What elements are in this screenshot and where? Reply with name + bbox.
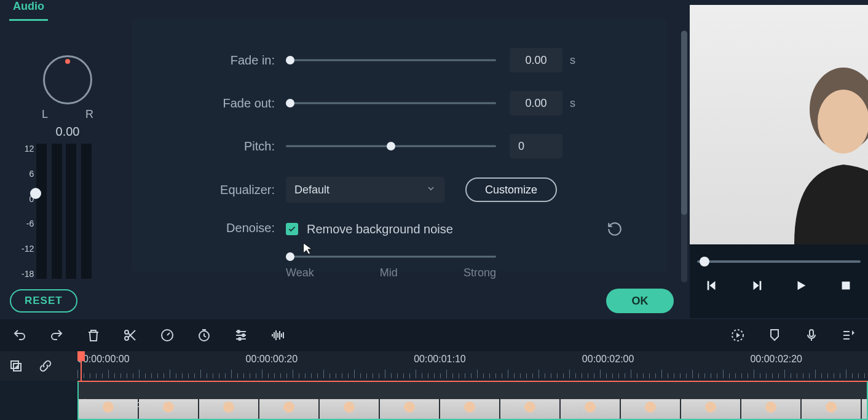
- customize-button[interactable]: Customize: [465, 177, 557, 202]
- fade-out-label: Fade out:: [132, 96, 286, 111]
- denoise-checkbox[interactable]: [286, 223, 298, 235]
- svg-rect-4: [842, 282, 850, 290]
- timeline-timecode: 00:00:01:10: [414, 354, 466, 365]
- play-button[interactable]: [793, 278, 809, 294]
- timeline-timecode: 00:00:02:20: [750, 354, 802, 365]
- meter-tick: 12: [22, 144, 34, 154]
- denoise-label: Denoise:: [132, 221, 286, 235]
- panel-scrollbar[interactable]: [681, 31, 687, 282]
- balance-knob-area: L R 0.00: [22, 55, 114, 139]
- denoise-scale-mid: Mid: [380, 266, 398, 279]
- adjust-icon[interactable]: [234, 328, 248, 343]
- denoise-reset-icon[interactable]: [607, 221, 623, 237]
- fade-out-unit: s: [570, 97, 575, 110]
- svg-rect-13: [810, 330, 813, 336]
- balance-left-label: L: [42, 108, 48, 121]
- pitch-value[interactable]: 0: [510, 134, 562, 158]
- pitch-slider[interactable]: [286, 138, 496, 155]
- fade-in-slider[interactable]: [286, 52, 496, 69]
- mouse-cursor-icon: [301, 242, 315, 255]
- preview-pane: [690, 5, 868, 318]
- balance-knob[interactable]: [43, 55, 92, 104]
- meter-tick: 6: [22, 169, 34, 179]
- denoise-checkbox-label: Remove background noise: [307, 222, 453, 236]
- add-track-icon[interactable]: [9, 359, 23, 373]
- balance-right-label: R: [85, 108, 93, 121]
- level-meter: 12 6 0 -6 -12 -18: [22, 144, 92, 279]
- link-icon[interactable]: [38, 359, 53, 373]
- waveform-icon[interactable]: [270, 328, 285, 343]
- fade-in-unit: s: [570, 54, 575, 67]
- speed-icon[interactable]: [160, 328, 175, 343]
- balance-value: 0.00: [22, 125, 114, 139]
- chevron-down-icon: [426, 184, 436, 196]
- timeline-ruler[interactable]: 00:00:00:0000:00:00:2000:00:01:1000:00:0…: [0, 351, 868, 381]
- meter-tick: -18: [22, 269, 34, 279]
- svg-point-1: [818, 90, 868, 154]
- svg-rect-3: [759, 281, 761, 290]
- next-frame-button[interactable]: [749, 278, 765, 294]
- timeline-timecode: 00:00:00:20: [246, 354, 298, 365]
- toolbar: [0, 319, 868, 351]
- timeline-playhead[interactable]: [77, 351, 86, 381]
- fade-out-value[interactable]: 0.00: [510, 91, 562, 115]
- fade-in-label: Fade in:: [132, 53, 286, 68]
- delete-icon[interactable]: [86, 328, 101, 343]
- fade-in-value[interactable]: 0.00: [510, 48, 562, 72]
- timeline-timecode: 00:00:02:00: [582, 354, 634, 365]
- split-icon[interactable]: [123, 328, 138, 343]
- fade-out-slider[interactable]: [286, 95, 496, 112]
- tab-audio[interactable]: Audio: [9, 0, 48, 21]
- denoise-scale-weak: Weak: [286, 266, 314, 279]
- equalizer-dropdown[interactable]: Default: [286, 177, 444, 203]
- svg-point-10: [242, 334, 245, 336]
- denoise-scale-strong: Strong: [464, 266, 496, 279]
- stop-button[interactable]: [838, 278, 854, 294]
- preview-video: [690, 5, 868, 244]
- svg-point-11: [239, 338, 241, 340]
- svg-rect-2: [708, 281, 709, 290]
- ok-button[interactable]: OK: [606, 289, 674, 313]
- pitch-label: Pitch:: [132, 139, 286, 154]
- marker-icon[interactable]: [767, 328, 782, 343]
- preview-progress-slider[interactable]: [697, 260, 861, 263]
- timeline-track-row: background noise sample: [0, 381, 868, 420]
- render-icon[interactable]: [730, 328, 745, 343]
- prev-frame-button[interactable]: [704, 278, 720, 294]
- meter-tick: -12: [22, 244, 34, 254]
- equalizer-selected: Default: [294, 184, 329, 196]
- duration-icon[interactable]: [197, 328, 211, 343]
- record-voiceover-icon[interactable]: [804, 328, 819, 343]
- reset-button[interactable]: RESET: [10, 289, 77, 313]
- denoise-slider[interactable]: [286, 248, 496, 265]
- meter-tick: -6: [22, 219, 34, 228]
- equalizer-label: Equalizer:: [132, 183, 286, 197]
- video-clip[interactable]: background noise sample: [77, 381, 868, 420]
- svg-point-9: [237, 330, 240, 333]
- track-header[interactable]: [0, 381, 77, 420]
- redo-icon[interactable]: [49, 328, 64, 343]
- undo-icon[interactable]: [12, 328, 27, 343]
- audio-mixer-icon[interactable]: [841, 328, 856, 343]
